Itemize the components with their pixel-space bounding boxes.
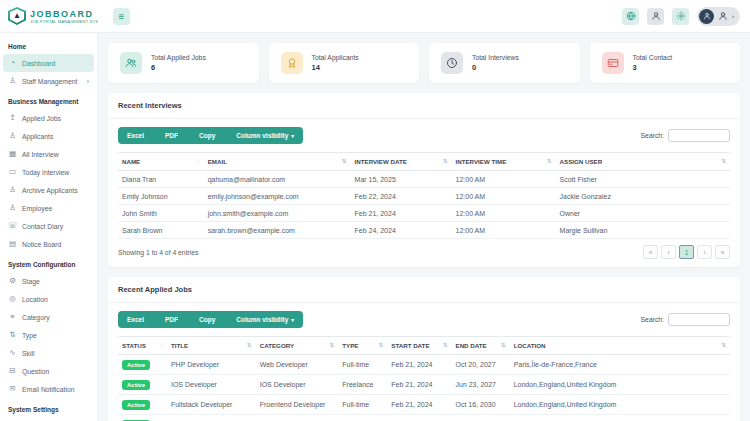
prev-page-button[interactable]: ‹: [661, 245, 676, 259]
column-header[interactable]: END DATE⇅: [452, 337, 510, 355]
sort-icon: ⇅: [443, 158, 448, 164]
sort-icon: ⇅: [501, 342, 506, 348]
sidebar-item-notice-board[interactable]: ▤ Notice Board: [3, 235, 94, 253]
user-icon: [652, 13, 658, 20]
excel-button[interactable]: Excel: [118, 311, 156, 328]
brand-tagline: JOB PORTAL MANAGEMENT SYSTEM: [30, 19, 98, 24]
sidebar-item-label: Location: [22, 296, 48, 303]
recent-applied-jobs-panel: Recent Applied Jobs Excel PDF Copy Colum…: [108, 277, 740, 421]
table-cell: Freelance: [338, 375, 387, 395]
column-header[interactable]: NAME↑: [118, 153, 204, 171]
sidebar-item-dashboard[interactable]: ◔ Dashboard: [3, 54, 94, 72]
first-page-button[interactable]: «: [643, 245, 658, 259]
logo-icon: ▲: [8, 7, 26, 25]
column-header[interactable]: STATUS↑: [118, 337, 167, 355]
sidebar-item-label: Staff Management: [22, 78, 77, 85]
sidebar-item-email-notification[interactable]: ✉ Email Notification: [3, 380, 94, 398]
stat-value: 14: [312, 63, 359, 72]
column-header[interactable]: CATEGORY⇅: [256, 337, 339, 355]
column-header[interactable]: INTERVIEW DATE⇅: [351, 153, 452, 171]
copy-button[interactable]: Copy: [190, 311, 227, 328]
table-cell: Emily Johnson: [118, 188, 204, 205]
pdf-button[interactable]: PDF: [156, 311, 190, 328]
sidebar-item-staff-management[interactable]: ♙ Staff Management ›: [3, 72, 94, 90]
site-link-button[interactable]: [622, 8, 639, 25]
table-cell: Fullstack Developer: [167, 395, 256, 415]
search-input[interactable]: [668, 313, 730, 326]
column-visibility-button[interactable]: Column visibility▾: [227, 127, 303, 144]
caret-down-icon: ▾: [291, 317, 294, 323]
stat-label: Total Applied Jobs: [151, 54, 206, 61]
sidebar-item-skill[interactable]: ∿ Skill: [3, 344, 94, 362]
excel-button[interactable]: Excel: [118, 127, 156, 144]
sidebar-item-location[interactable]: ◎ Location: [3, 290, 94, 308]
table-cell: 12:00 AM: [452, 222, 556, 239]
table-cell: John Smith: [118, 205, 204, 222]
globe-icon: [627, 12, 635, 20]
table-row[interactable]: Emily Johnson emily.johnson@example.com …: [118, 188, 730, 205]
stat-value: 6: [151, 63, 206, 72]
map-pin-icon: ◎: [8, 295, 17, 303]
search-label: Search:: [641, 316, 664, 323]
table-search: Search:: [641, 129, 730, 142]
column-header[interactable]: ASSIGN USER⇅: [556, 153, 730, 171]
staff-login-button[interactable]: [647, 8, 664, 25]
stats-row: Total Applied Jobs 6 Total Applicants 14: [108, 43, 740, 83]
copy-button[interactable]: Copy: [190, 127, 227, 144]
table-cell: Jackie Gonzalez: [556, 188, 730, 205]
sidebar-item-type[interactable]: ⇅ Type: [3, 326, 94, 344]
sidebar-item-applicants[interactable]: ♙ Applicants: [3, 127, 94, 145]
table-row[interactable]: John Smith john.smith@example.com Feb 21…: [118, 205, 730, 222]
brand-name: JOBBOARD: [30, 9, 98, 19]
sidebar-item-question[interactable]: ⊟ Question: [3, 362, 94, 380]
table-row[interactable]: Active PHP Developer Web Developer Full-…: [118, 355, 730, 375]
page-1-button[interactable]: 1: [679, 245, 694, 259]
table-row[interactable]: Active Fullstack Developer Froentend Dev…: [118, 395, 730, 415]
sidebar-item-label: Employee: [22, 205, 52, 212]
status-badge: Active: [122, 360, 150, 370]
stat-total-applicants: Total Applicants 14: [269, 43, 420, 83]
sidebar-item-today-interview[interactable]: ▭ Today Interview: [3, 163, 94, 181]
table-row[interactable]: Diana Tran qahuma@mailinator.com Mar 15,…: [118, 171, 730, 188]
column-header[interactable]: EMAIL⇅: [204, 153, 351, 171]
user-icon: ♙: [8, 204, 17, 212]
panel-title: Recent Applied Jobs: [108, 277, 740, 303]
sidebar-toggle-button[interactable]: ≡: [113, 8, 130, 25]
users-icon: [126, 59, 136, 66]
last-page-button[interactable]: »: [715, 245, 730, 259]
column-header[interactable]: START DATE⇅: [387, 337, 451, 355]
profile-menu[interactable]: ›: [697, 7, 740, 26]
next-page-button[interactable]: ›: [697, 245, 712, 259]
settings-button[interactable]: [672, 8, 689, 25]
question-icon: ⊟: [8, 367, 17, 375]
sidebar-item-stage[interactable]: ⚙ Stage: [3, 272, 94, 290]
table-cell: Full-time: [338, 355, 387, 375]
sidebar-item-label: All Interview: [22, 151, 59, 158]
applied-jobs-table: STATUS↑ TITLE⇅ CATEGORY⇅ TYPE⇅ START DAT…: [118, 336, 730, 421]
sort-icon: ⇅: [378, 342, 383, 348]
table-cell: Web Developer: [256, 355, 339, 375]
column-header[interactable]: TITLE⇅: [167, 337, 256, 355]
search-input[interactable]: [668, 129, 730, 142]
table-row[interactable]: Sarah Brown sarah.brown@example.com Feb …: [118, 222, 730, 239]
table-row[interactable]: Active Mobile App Developer Android Deve…: [118, 415, 730, 421]
sidebar-item-label: Category: [22, 314, 50, 321]
column-header[interactable]: TYPE⇅: [338, 337, 387, 355]
table-cell: Scott Fisher: [556, 171, 730, 188]
user-minus-icon: ♙: [8, 186, 17, 194]
sidebar-item-employee[interactable]: ♙ Employee: [3, 199, 94, 217]
table-cell: Margie Sullivan: [556, 222, 730, 239]
users-icon: ♙: [8, 77, 17, 85]
sidebar-item-archive-applicants[interactable]: ♙ Archive Applicants: [3, 181, 94, 199]
sidebar-item-label: Contact Diary: [22, 223, 63, 230]
table-row[interactable]: Active IOS Developer IOS Developer Freel…: [118, 375, 730, 395]
column-header[interactable]: LOCATION⇅: [510, 337, 730, 355]
sidebar-item-category[interactable]: ≡ Category: [3, 308, 94, 326]
sidebar-item-applied-jobs[interactable]: ↥ Applied Jobs: [3, 109, 94, 127]
column-visibility-button[interactable]: Column visibility▾: [227, 311, 303, 328]
pdf-button[interactable]: PDF: [156, 127, 190, 144]
caret-down-icon: ▾: [291, 133, 294, 139]
sidebar-item-all-interview[interactable]: ▦ All Interview: [3, 145, 94, 163]
sidebar-item-contact-diary[interactable]: ☏ Contact Diary: [3, 217, 94, 235]
column-header[interactable]: INTERVIEW TIME⇅: [452, 153, 556, 171]
